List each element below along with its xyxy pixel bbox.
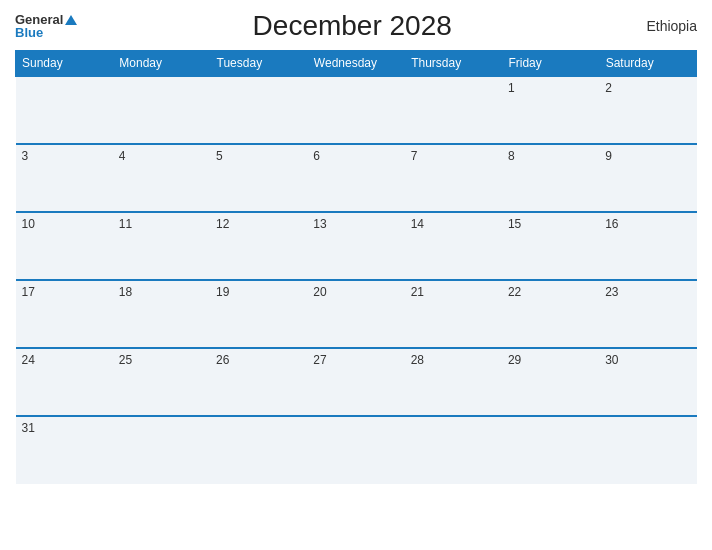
calendar-day-cell [16,76,113,144]
day-number: 3 [22,149,29,163]
calendar-day-cell: 16 [599,212,696,280]
calendar-header: SundayMondayTuesdayWednesdayThursdayFrid… [16,51,697,77]
day-number: 11 [119,217,132,231]
calendar-day-cell: 30 [599,348,696,416]
calendar-day-cell: 31 [16,416,113,484]
calendar-day-cell: 11 [113,212,210,280]
day-number: 1 [508,81,515,95]
logo: General Blue [15,13,77,39]
calendar-day-cell: 26 [210,348,307,416]
day-number: 22 [508,285,521,299]
calendar-day-cell: 14 [405,212,502,280]
calendar-day-cell: 10 [16,212,113,280]
calendar-day-cell [502,416,599,484]
calendar-day-cell [113,76,210,144]
calendar-day-cell: 13 [307,212,404,280]
day-number: 15 [508,217,521,231]
day-number: 17 [22,285,35,299]
calendar-day-cell [210,76,307,144]
weekday-header-row: SundayMondayTuesdayWednesdayThursdayFrid… [16,51,697,77]
calendar-day-cell: 27 [307,348,404,416]
calendar-day-cell: 1 [502,76,599,144]
calendar-day-cell: 24 [16,348,113,416]
calendar-day-cell: 3 [16,144,113,212]
calendar-day-cell: 8 [502,144,599,212]
calendar-day-cell: 23 [599,280,696,348]
day-number: 13 [313,217,326,231]
calendar-day-cell [113,416,210,484]
country-label: Ethiopia [627,18,697,34]
day-number: 6 [313,149,320,163]
calendar-week-row: 31 [16,416,697,484]
day-number: 7 [411,149,418,163]
calendar-day-cell: 5 [210,144,307,212]
calendar-day-cell [599,416,696,484]
weekday-header-cell: Monday [113,51,210,77]
day-number: 4 [119,149,126,163]
day-number: 2 [605,81,612,95]
calendar-day-cell [307,416,404,484]
day-number: 31 [22,421,35,435]
calendar-day-cell: 2 [599,76,696,144]
day-number: 29 [508,353,521,367]
day-number: 25 [119,353,132,367]
day-number: 27 [313,353,326,367]
calendar-body: 1234567891011121314151617181920212223242… [16,76,697,484]
day-number: 12 [216,217,229,231]
calendar-day-cell: 7 [405,144,502,212]
day-number: 8 [508,149,515,163]
calendar-day-cell: 12 [210,212,307,280]
calendar-day-cell: 9 [599,144,696,212]
logo-triangle-icon [65,15,77,25]
day-number: 23 [605,285,618,299]
weekday-header-cell: Friday [502,51,599,77]
weekday-header-cell: Thursday [405,51,502,77]
calendar-week-row: 12 [16,76,697,144]
calendar-day-cell [405,416,502,484]
weekday-header-cell: Tuesday [210,51,307,77]
page-header: General Blue December 2028 Ethiopia [15,10,697,42]
day-number: 14 [411,217,424,231]
calendar-title: December 2028 [77,10,627,42]
calendar-day-cell [307,76,404,144]
calendar-week-row: 17181920212223 [16,280,697,348]
calendar-day-cell: 22 [502,280,599,348]
day-number: 21 [411,285,424,299]
calendar-day-cell [405,76,502,144]
calendar-day-cell: 17 [16,280,113,348]
calendar-day-cell [210,416,307,484]
calendar-day-cell: 29 [502,348,599,416]
calendar-day-cell: 20 [307,280,404,348]
calendar-day-cell: 25 [113,348,210,416]
weekday-header-cell: Saturday [599,51,696,77]
day-number: 28 [411,353,424,367]
day-number: 30 [605,353,618,367]
calendar-week-row: 10111213141516 [16,212,697,280]
day-number: 26 [216,353,229,367]
day-number: 24 [22,353,35,367]
calendar-day-cell: 19 [210,280,307,348]
calendar-week-row: 3456789 [16,144,697,212]
calendar-day-cell: 15 [502,212,599,280]
day-number: 18 [119,285,132,299]
calendar-day-cell: 28 [405,348,502,416]
day-number: 19 [216,285,229,299]
calendar-day-cell: 6 [307,144,404,212]
calendar-week-row: 24252627282930 [16,348,697,416]
day-number: 5 [216,149,223,163]
weekday-header-cell: Wednesday [307,51,404,77]
day-number: 10 [22,217,35,231]
day-number: 9 [605,149,612,163]
day-number: 16 [605,217,618,231]
calendar-table: SundayMondayTuesdayWednesdayThursdayFrid… [15,50,697,484]
weekday-header-cell: Sunday [16,51,113,77]
logo-blue-text: Blue [15,26,43,39]
calendar-day-cell: 18 [113,280,210,348]
calendar-day-cell: 4 [113,144,210,212]
calendar-page: General Blue December 2028 Ethiopia Sund… [0,0,712,550]
day-number: 20 [313,285,326,299]
calendar-day-cell: 21 [405,280,502,348]
